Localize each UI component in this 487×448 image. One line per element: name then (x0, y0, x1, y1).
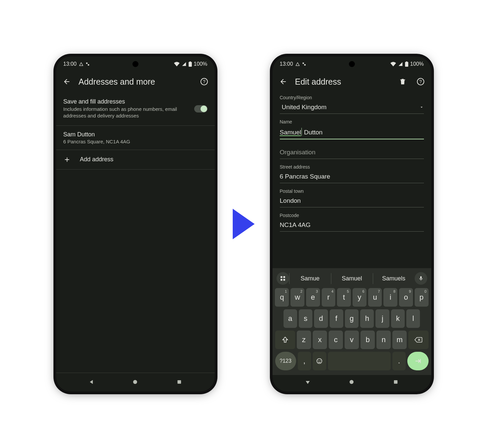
organisation-placeholder: Organisation (280, 149, 316, 156)
name-rest: Dutton (302, 129, 322, 136)
suggestion-1[interactable]: Samue (289, 273, 331, 284)
country-dropdown[interactable]: United Kingdom (280, 102, 424, 114)
street-label: Street address (280, 164, 424, 170)
postcode-label: Postcode (280, 213, 424, 218)
comma-key[interactable]: , (298, 352, 311, 370)
help-button[interactable]: ? (198, 76, 210, 88)
key-p[interactable]: p0 (415, 288, 429, 307)
svg-text:?: ? (203, 79, 205, 84)
back-button[interactable] (61, 76, 73, 88)
postcode-field[interactable]: NC1A 4AG (280, 219, 424, 232)
key-x[interactable]: x (313, 331, 327, 349)
suggestion-3[interactable]: Samuels (373, 273, 415, 284)
town-field[interactable]: London (280, 195, 424, 207)
svg-rect-3 (190, 61, 191, 62)
period-key[interactable]: . (392, 352, 406, 370)
save-fill-toggle-row[interactable]: Save and fill addresses Includes informa… (56, 94, 215, 126)
street-field[interactable]: 6 Pancras Square (280, 171, 424, 183)
address-line: 6 Pancras Square, NC1A 4AG (63, 139, 207, 144)
key-e[interactable]: e3 (306, 288, 320, 307)
nav-recent[interactable] (391, 378, 400, 386)
nav-back[interactable] (303, 378, 312, 386)
country-value: United Kingdom (282, 104, 327, 111)
key-n[interactable]: n (376, 331, 391, 349)
shift-key[interactable] (275, 331, 295, 349)
signal-icon (182, 62, 187, 66)
key-i[interactable]: i8 (383, 288, 397, 307)
key-row-2: asdfghjkl (275, 308, 429, 329)
key-q[interactable]: q1 (275, 288, 289, 307)
nav-back[interactable] (87, 378, 96, 386)
page-title: Edit address (295, 77, 391, 87)
key-t[interactable]: t5 (337, 288, 351, 307)
chevron-down-icon (419, 105, 424, 110)
toggle-switch[interactable] (194, 105, 207, 112)
clock: 13:00 (63, 61, 77, 67)
system-nav-bar (273, 375, 431, 392)
key-z[interactable]: z (297, 331, 311, 349)
key-row-3: zxcvbnm (275, 329, 429, 350)
key-f[interactable]: f (330, 309, 343, 328)
shift-icon (282, 336, 289, 343)
postcode-value: NC1A 4AG (280, 221, 311, 229)
svg-rect-6 (178, 380, 181, 384)
symbols-key[interactable]: ?123 (275, 352, 296, 370)
key-o[interactable]: o9 (399, 288, 413, 307)
emoji-key[interactable] (313, 352, 326, 370)
enter-key[interactable] (407, 352, 428, 370)
key-v[interactable]: v (345, 331, 359, 349)
key-b[interactable]: b (361, 331, 375, 349)
key-m[interactable]: m (392, 331, 407, 349)
mic-icon (418, 276, 424, 281)
svg-text:?: ? (419, 79, 422, 84)
key-row-4: ?123 , . (275, 350, 429, 372)
sync-icon (302, 62, 306, 66)
key-h[interactable]: h (360, 309, 374, 328)
key-r[interactable]: r4 (322, 288, 336, 307)
name-field[interactable]: Samuel Dutton (280, 126, 424, 139)
back-button[interactable] (277, 76, 289, 88)
key-w[interactable]: w2 (290, 288, 304, 307)
wifi-icon (174, 62, 180, 66)
key-u[interactable]: u7 (368, 288, 382, 307)
arrow-left-icon (63, 78, 71, 86)
backspace-key[interactable] (408, 331, 428, 349)
key-g[interactable]: g (345, 309, 359, 328)
organisation-field[interactable]: Organisation (280, 147, 424, 159)
dnd-icon (295, 62, 300, 67)
battery-percent: 100% (410, 61, 424, 67)
help-icon: ? (417, 78, 425, 86)
delete-button[interactable] (397, 76, 409, 88)
key-y[interactable]: y6 (353, 288, 366, 307)
nav-home[interactable] (347, 378, 356, 386)
suggestion-2[interactable]: Samuel (331, 273, 373, 284)
svg-rect-21 (394, 380, 398, 384)
app-bar: Edit address ? (273, 70, 431, 94)
soft-keyboard: Samue Samuel Samuels q1w2e3r4t5y6u7i8o9p… (273, 268, 431, 375)
voice-input-button[interactable] (415, 272, 427, 285)
plus-icon (63, 156, 71, 163)
name-label: Name (280, 119, 424, 124)
battery-icon (405, 61, 408, 67)
svg-point-16 (317, 359, 322, 364)
backspace-icon (414, 336, 422, 343)
add-address-row[interactable]: Add address (56, 150, 215, 170)
svg-point-20 (350, 380, 354, 384)
page-title: Addresses and more (79, 77, 192, 87)
nav-recent[interactable] (175, 378, 184, 386)
address-item[interactable]: Sam Dutton 6 Pancras Square, NC1A 4AG (56, 126, 215, 150)
space-key[interactable] (328, 352, 391, 370)
nav-home[interactable] (131, 378, 139, 386)
key-l[interactable]: l (406, 309, 420, 328)
key-j[interactable]: j (375, 309, 389, 328)
key-a[interactable]: a (284, 309, 297, 328)
sync-icon (86, 62, 90, 66)
help-button[interactable]: ? (415, 76, 427, 88)
trash-icon (399, 78, 406, 85)
key-s[interactable]: s (299, 309, 312, 328)
keyboard-menu-button[interactable] (277, 272, 289, 285)
key-k[interactable]: k (391, 309, 405, 328)
key-c[interactable]: c (329, 331, 343, 349)
key-d[interactable]: d (314, 309, 328, 328)
svg-rect-0 (86, 63, 87, 64)
